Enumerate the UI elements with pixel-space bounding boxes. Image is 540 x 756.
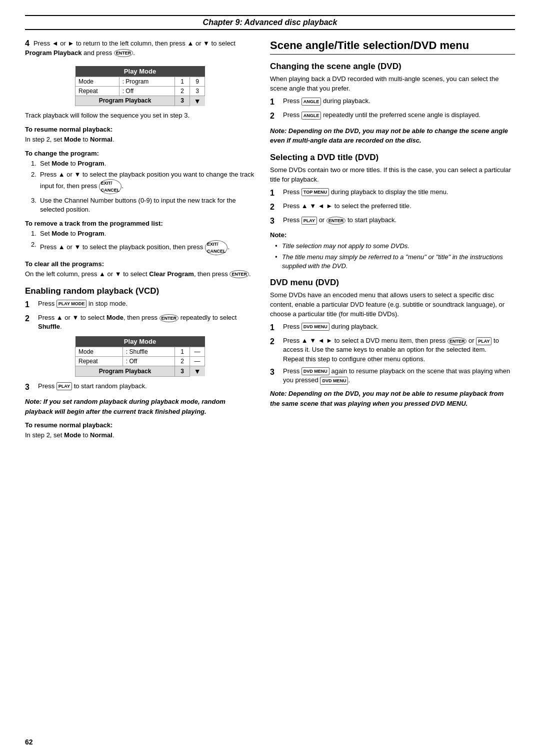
play-icon3: PLAY [476, 337, 492, 345]
to-resume2-heading: To resume normal playback: [25, 421, 255, 429]
changing-steps: 1 Press ANGLE during playback. 2 Press A… [270, 97, 515, 122]
mode-label: Mode [76, 77, 120, 86]
mode-value: : Program [119, 77, 174, 86]
program-playback-row: Program Playback 3 ▼ [76, 96, 205, 106]
num-col1: 3 [175, 366, 190, 377]
dvdmenu-icon3: DVD MENU [320, 377, 348, 385]
num-col1: 2 [175, 357, 190, 366]
num-col1: 3 [175, 96, 190, 106]
right-column: Scene angle/Title selection/DVD menu Cha… [270, 39, 515, 443]
selecting-title: Selecting a DVD title (DVD) [270, 153, 515, 163]
page-number: 62 [25, 738, 33, 746]
track-note: Track playback will follow the sequence … [25, 111, 255, 121]
repeat-label: Repeat [76, 86, 120, 96]
to-resume-text: In step 2, set Mode to Normal. [25, 135, 255, 145]
num-col1: 2 [175, 86, 190, 96]
repeat-label: Repeat [76, 357, 123, 366]
play-mode-header2: Play Mode [76, 336, 205, 347]
changing-note: Note: Depending on the DVD, you may not … [270, 126, 515, 146]
num-col2: 9 [190, 77, 205, 86]
exit-cancel-icon2: EXIT/CANCEL [205, 240, 228, 255]
table-row: Mode : Program 1 9 [76, 77, 205, 86]
list-item: 1.Set Mode to Program. [31, 229, 255, 238]
note-bullets: Title selection may not apply to some DV… [270, 242, 515, 271]
mode-value: : Shuffle [122, 347, 174, 357]
list-item: 1 Press DVD MENU during playback. [270, 322, 515, 333]
play-icon: PLAY [56, 382, 72, 390]
list-item: 2 Press ▲ or ▼ to select Mode, then pres… [25, 313, 255, 331]
list-item: 1 Press PLAY MODE in stop mode. [25, 299, 255, 310]
num-col1: 1 [175, 77, 190, 86]
changing-intro: When playing back a DVD recorded with mu… [270, 75, 515, 94]
step3-block: 3 Press PLAY to start random playback. [25, 382, 255, 393]
play-mode-header: Play Mode [76, 66, 205, 77]
enabling-title: Enabling random playback (VCD) [25, 286, 255, 296]
scene-section-title: Scene angle/Title selection/DVD menu [270, 39, 515, 55]
to-clear-heading: To clear all the programs: [25, 260, 255, 268]
list-item: 3.Use the Channel Number buttons (0-9) t… [31, 196, 255, 214]
list-item: Title selection may not apply to some DV… [275, 242, 515, 251]
step4-number: 4 [25, 39, 30, 48]
list-item: 1 Press TOP MENU during playback to disp… [270, 188, 515, 199]
play-mode-table-1: Play Mode Mode : Program 1 9 Repeat : Of… [75, 66, 205, 107]
dvd-menu-intro: Some DVDs have an encoded menu that allo… [270, 291, 515, 319]
step4-block: 4 Press ◄ or ► to return to the left col… [25, 39, 255, 61]
to-resume-heading: To resume normal playback: [25, 126, 255, 133]
table-row: Repeat : Off 2 — [76, 357, 205, 366]
dvdmenu-icon2: DVD MENU [302, 367, 330, 375]
num-col2: — [190, 347, 205, 357]
table-row: Mode : Shuffle 1 — [76, 347, 205, 357]
enabling-steps: 1 Press PLAY MODE in stop mode. 2 Press … [25, 299, 255, 332]
exit-cancel-icon: EXIT/CANCEL [99, 179, 122, 194]
selecting-steps: 1 Press TOP MENU during playback to disp… [270, 188, 515, 227]
scroll-arrow: ▼ [190, 96, 205, 106]
num-col2: — [190, 357, 205, 366]
list-item: 2 Press ▲ ▼ ◄ ► to select the preferred … [270, 202, 515, 213]
program-playback-label2: Program Playback [76, 366, 175, 377]
list-item: 1.Set Mode to Program. [31, 159, 255, 168]
to-remove-heading: To remove a track from the programmed li… [25, 220, 255, 227]
list-item: 3 Press PLAY to start random playback. [25, 382, 255, 393]
to-clear-text: On the left column, press ▲ or ▼ to sele… [25, 270, 255, 279]
enter-icon: ENTER [114, 49, 134, 57]
page: Chapter 9: Advanced disc playback 4 Pres… [0, 0, 540, 756]
changing-title: Changing the scene angle (DVD) [270, 62, 515, 72]
scroll-arrow2: ▼ [190, 366, 205, 377]
program-playback-row2: Program Playback 3 ▼ [76, 366, 205, 377]
repeat-value: : Off [122, 357, 174, 366]
topmenu-icon: TOP MENU [302, 188, 329, 196]
play-mode-table: Play Mode Mode : Program 1 9 Repeat : Of… [75, 66, 205, 107]
note-italic: Note: If you set random playback during … [25, 397, 255, 416]
enter-icon5: ENTER [448, 337, 467, 345]
list-item: 2 Press ▲ ▼ ◄ ► to select a DVD menu ite… [270, 336, 515, 364]
program-playback-label: Program Playback [76, 96, 175, 106]
play-icon2: PLAY [302, 217, 317, 225]
list-item: 2.Press ▲ or ▼ to select the playback po… [31, 170, 255, 194]
note-label: Note: [270, 231, 286, 239]
to-remove-list: 1.Set Mode to Program. 2.Press ▲ or ▼ to… [25, 229, 255, 255]
shuffle-table: Play Mode Mode : Shuffle 1 — Repeat : Of… [75, 336, 205, 377]
num-col1: 1 [175, 347, 190, 357]
mode-label: Mode [76, 347, 123, 357]
enter-icon4: ENTER [326, 217, 346, 225]
selecting-intro: Some DVDs contain two or more titles. If… [270, 166, 515, 185]
dvdmenu-icon1: DVD MENU [302, 323, 330, 331]
angle-icon2: ANGLE [302, 112, 322, 120]
dvd-menu-title: DVD menu (DVD) [270, 278, 515, 288]
to-change-heading: To change the program: [25, 150, 255, 157]
enter-icon3: ENTER [160, 314, 179, 322]
list-item: The title menu may simply be referred to… [275, 253, 515, 271]
chapter-title: Chapter 9: Advanced disc playback [203, 18, 338, 27]
list-item: 2.Press ▲ or ▼ to select the playback po… [31, 240, 255, 255]
table-row: Repeat : Off 2 3 [76, 86, 205, 96]
dvd-note: Note: Depending on the DVD, you may not … [270, 389, 515, 408]
to-change-list: 1.Set Mode to Program. 2.Press ▲ or ▼ to… [25, 159, 255, 215]
list-item: 3 Press DVD MENU again to resume playbac… [270, 367, 515, 385]
dvd-menu-steps: 1 Press DVD MENU during playback. 2 Pres… [270, 322, 515, 385]
list-item: 2 Press ANGLE repeatedly until the prefe… [270, 111, 515, 122]
step4-text: Press ◄ or ► to return to the left colum… [25, 39, 255, 58]
angle-icon1: ANGLE [302, 98, 322, 106]
num-col2: 3 [190, 86, 205, 96]
play-mode-table-2: Play Mode Mode : Shuffle 1 — Repeat : Of… [75, 336, 205, 377]
note-block: Note: Title selection may not apply to s… [270, 231, 515, 271]
